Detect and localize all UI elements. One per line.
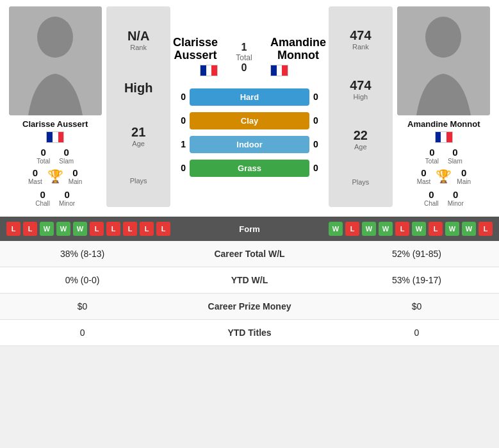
player-right-header-name: Amandine Monnot (270, 37, 326, 62)
player-right-chall: 0 Chall (424, 189, 439, 207)
stats-right-2: $0 (334, 294, 499, 320)
court-indoor-badge: Indoor (190, 136, 309, 153)
form-left-badge-8: L (140, 222, 154, 236)
form-left-badge-2: W (40, 222, 54, 236)
stats-label-3: YTD Titles (165, 320, 334, 346)
trophy-icon-right: 🏆 (436, 169, 452, 184)
form-left-badge-3: W (56, 222, 70, 236)
middle-left-plays: Plays (130, 177, 147, 185)
stats-row-3: 0 YTD Titles 0 (0, 320, 499, 346)
form-right-badge-5: W (412, 222, 426, 236)
player-right-trophy: 🏆 (436, 169, 452, 184)
player-left-chall: 0 Chall (35, 189, 50, 207)
player-left-flag (46, 131, 64, 143)
player-left-card: Clarisse Aussert 0 Total 0 Slam (6, 6, 104, 207)
form-right-badge-9: L (479, 222, 493, 236)
players-section: Clarisse Aussert 0 Total 0 Slam (0, 0, 499, 213)
courts-right-total: 0 (241, 62, 247, 74)
stats-right-0: 52% (91-85) (334, 241, 499, 267)
stats-label-1: YTD W/L (165, 267, 334, 294)
player-left-minor: 0 Minor (59, 189, 75, 207)
courts-total-label: Total (236, 53, 252, 62)
player-right-stats-row2: 0 Mast 🏆 0 Main (417, 167, 471, 185)
middle-right-card: 474 Rank 474 High 22 Age Plays (329, 6, 393, 207)
stats-label-2: Career Prize Money (165, 294, 334, 320)
player-right-main: 0 Main (457, 167, 471, 185)
stats-table: 38% (8-13) Career Total W/L 52% (91-85) … (0, 241, 499, 346)
form-right-badge-3: W (379, 222, 393, 236)
form-right-badge-4: L (395, 222, 409, 236)
form-section: LLWWWLLLLL Form WLWWLWLWWL (0, 217, 499, 241)
form-left-badge-7: L (123, 222, 137, 236)
stats-left-2: $0 (0, 294, 165, 320)
stats-right-3: 0 (334, 320, 499, 346)
form-right-badge-7: W (445, 222, 459, 236)
player-left-slam: 0 Slam (59, 147, 74, 165)
court-indoor-left-score: 1 (173, 139, 186, 149)
court-hard-right-score: 0 (313, 92, 326, 102)
middle-right-rank: 474 Rank (350, 28, 371, 51)
middle-right-age: 22 Age (354, 128, 368, 151)
player-right-stats-row3: 0 Chall 0 Minor (424, 189, 464, 207)
player-right-avatar (397, 6, 490, 115)
svg-point-1 (37, 17, 73, 58)
court-row-grass: 0 Grass 0 (173, 160, 326, 177)
form-left-badge-1: L (23, 222, 37, 236)
main-container: Clarisse Aussert 0 Total 0 Slam (0, 0, 499, 346)
court-grass-left-score: 0 (173, 163, 186, 173)
player-right-silhouette (397, 6, 490, 115)
player-right-mast: 0 Mast (417, 167, 431, 185)
player-left-main: 0 Main (69, 167, 83, 185)
stats-right-1: 53% (19-17) (334, 267, 499, 294)
player-left-header-name: Clarisse Aussert (173, 37, 218, 62)
player-right-stats-row1: 0 Total 0 Slam (425, 147, 462, 165)
form-right-badge-6: L (429, 222, 443, 236)
court-row-hard: 0 Hard 0 (173, 88, 326, 106)
court-indoor-right-score: 0 (313, 139, 326, 149)
form-left-badge-6: L (106, 222, 120, 236)
player-left-stats-row3: 0 Chall 0 Minor (35, 189, 75, 207)
player-left-trophy: 🏆 (47, 169, 63, 184)
middle-right-plays: Plays (352, 178, 369, 186)
player-right-slam: 0 Slam (448, 147, 462, 165)
courts-section: Clarisse Aussert 1 Total 0 (173, 6, 326, 207)
form-left-badges: LLWWWLLLLL (6, 222, 218, 236)
court-clay-badge: Clay (190, 112, 309, 129)
stats-row-2: $0 Career Prize Money $0 (0, 294, 499, 320)
player-left-mast: 0 Mast (28, 167, 42, 185)
court-row-clay: 0 Clay 0 (173, 112, 326, 129)
player-left-name: Clarisse Aussert (22, 119, 88, 129)
player-right-flag (435, 131, 453, 143)
player-left-stats-row2: 0 Mast 🏆 0 Main (28, 167, 82, 185)
stats-left-0: 38% (8-13) (0, 241, 165, 267)
player-left-avatar (9, 6, 102, 115)
player-right-total: 0 Total (425, 147, 439, 165)
player-left-silhouette (9, 6, 102, 115)
player-left-total: 0 Total (37, 147, 50, 165)
stats-label-0: Career Total W/L (165, 241, 334, 267)
form-right-badge-2: W (362, 222, 376, 236)
court-hard-left-score: 0 (173, 92, 186, 102)
court-grass-right-score: 0 (313, 163, 326, 173)
stats-row-0: 38% (8-13) Career Total W/L 52% (91-85) (0, 241, 499, 267)
middle-left-card: N/A Rank High 21 Age Plays (106, 6, 170, 207)
player-right-name: Amandine Monnot (407, 119, 480, 129)
trophy-icon-left: 🏆 (47, 169, 63, 184)
court-clay-right-score: 0 (313, 115, 326, 126)
court-hard-badge: Hard (190, 88, 309, 106)
form-right-badge-0: W (329, 222, 343, 236)
courts-left-total: 1 (241, 42, 247, 53)
form-left-badge-4: W (73, 222, 87, 236)
middle-left-high: High (124, 81, 152, 95)
stats-row-1: 0% (0-0) YTD W/L 53% (19-17) (0, 267, 499, 294)
form-right-badges: WLWWLWLWWL (282, 222, 493, 236)
player-right-header-flag (270, 65, 288, 76)
court-row-indoor: 1 Indoor 0 (173, 136, 326, 153)
form-left-badge-9: L (156, 222, 170, 236)
middle-left-rank: N/A Rank (127, 29, 149, 51)
court-grass-badge: Grass (190, 160, 309, 177)
middle-right-high: 474 High (350, 78, 371, 101)
player-left-stats-row1: 0 Total 0 Slam (37, 147, 74, 165)
player-right-card: Amandine Monnot 0 Total 0 Slam (395, 6, 493, 207)
stats-left-3: 0 (0, 320, 165, 346)
